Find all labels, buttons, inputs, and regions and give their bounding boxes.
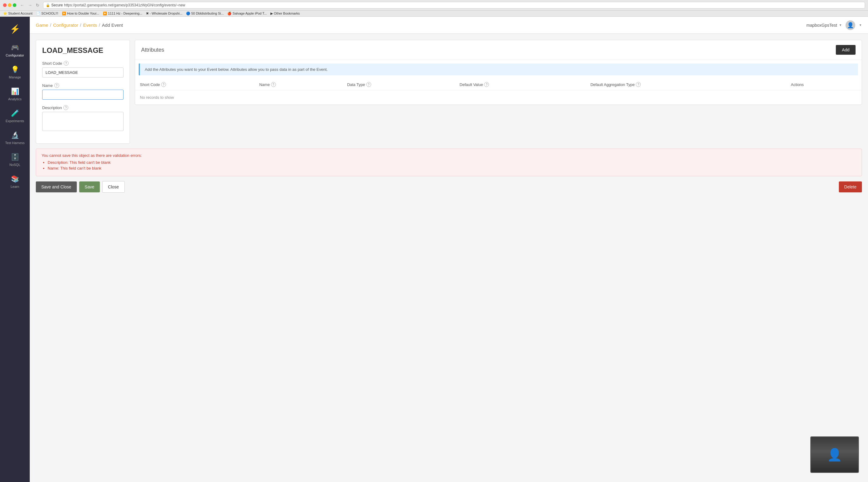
sidebar-label-analytics: Analytics xyxy=(8,97,22,101)
error-title: You cannot save this object as there are… xyxy=(41,153,856,158)
minimize-window-btn[interactable] xyxy=(8,3,11,7)
breadcrumb-game[interactable]: Game xyxy=(36,23,48,28)
name-input[interactable] xyxy=(42,90,124,100)
bookmark-item[interactable]: ▶ Other Bookmarks xyxy=(271,11,300,16)
app: ⚡ 🎮 Configurator 💡 Manage 📊 Analytics 🧪 … xyxy=(0,17,868,482)
short-code-help-icon[interactable]: ? xyxy=(64,61,69,66)
sidebar-item-learn[interactable]: 📚 Learn xyxy=(0,171,30,193)
breadcrumb-configurator[interactable]: Configurator xyxy=(53,23,78,28)
sidebar: ⚡ 🎮 Configurator 💡 Manage 📊 Analytics 🧪 … xyxy=(0,17,30,482)
col-actions: Actions xyxy=(786,79,862,90)
top-nav: Game / Configurator / Events / Add Event… xyxy=(30,17,868,34)
sidebar-label-experiments: Experiments xyxy=(5,119,24,123)
sidebar-label-test-harness: Test Harness xyxy=(5,141,25,145)
name-col-help-icon[interactable]: ? xyxy=(271,82,276,87)
back-btn[interactable]: ← xyxy=(19,2,26,8)
breadcrumb-current: Add Event xyxy=(102,23,123,28)
sidebar-item-manage[interactable]: 💡 Manage xyxy=(0,61,30,83)
delete-button[interactable]: Delete xyxy=(839,181,862,192)
maximize-window-btn[interactable] xyxy=(13,3,17,7)
col-short-code: Short Code ? xyxy=(135,79,254,90)
add-button[interactable]: Add xyxy=(836,45,856,55)
save-and-close-button[interactable]: Save and Close xyxy=(36,181,77,192)
test-harness-icon: 🔬 xyxy=(11,131,19,139)
short-code-input[interactable] xyxy=(42,67,124,78)
forward-btn[interactable]: → xyxy=(27,2,33,8)
window-controls[interactable] xyxy=(3,3,17,7)
breadcrumb-sep-3: / xyxy=(99,23,100,28)
experiments-icon: 🧪 xyxy=(11,109,19,117)
breadcrumb-sep-1: / xyxy=(50,23,51,28)
bookmark-item[interactable]: ▶️ 1111 Hz - Deepening... xyxy=(103,11,142,16)
no-records-text: No records to show xyxy=(135,90,862,105)
data-type-col-help-icon[interactable]: ? xyxy=(366,82,371,87)
error-item-name: Name: This field can't be blank xyxy=(48,166,856,170)
browser-chrome: ← → ↻ 🔒 Secure https://portal2.gamespark… xyxy=(0,0,868,11)
reload-btn[interactable]: ↻ xyxy=(35,2,41,8)
breadcrumb-events[interactable]: Events xyxy=(83,23,97,28)
bookmarks-bar: ⭐ Student Account 📄 SCHOOL!!! ▶️ How to … xyxy=(0,11,868,17)
user-chevron-icon[interactable]: ▼ xyxy=(859,23,862,27)
name-help-icon[interactable]: ? xyxy=(54,83,59,88)
chevron-down-icon: ▼ xyxy=(839,23,842,27)
right-panel: Attributes Add Add the Attributes you wa… xyxy=(135,40,862,105)
sidebar-item-configurator[interactable]: 🎮 Configurator xyxy=(0,39,30,61)
bookmark-item[interactable]: 📄 SCHOOL!!! xyxy=(36,11,58,16)
bookmark-item[interactable]: ⭐ Student Account xyxy=(3,11,32,16)
sidebar-label-manage: Manage xyxy=(9,75,21,79)
col-name: Name ? xyxy=(254,79,342,90)
default-value-col-help-icon[interactable]: ? xyxy=(484,82,489,87)
short-code-label: Short Code ? xyxy=(42,61,124,66)
sidebar-item-nosql[interactable]: 🗄️ NoSQL xyxy=(0,149,30,171)
short-code-field-group: Short Code ? xyxy=(42,61,124,78)
bookmark-item[interactable]: ▶️ How to Double Your... xyxy=(62,11,99,16)
nosql-icon: 🗄️ xyxy=(11,153,19,161)
url-text: https://portal2.gamesparks.net/games/p33… xyxy=(64,3,185,7)
bookmark-item[interactable]: 🍎 Salvage Apple iPod T... xyxy=(227,11,267,16)
logo-icon: ⚡ xyxy=(10,24,20,34)
analytics-icon: 📊 xyxy=(11,87,19,95)
bottom-bar: Save and Close Save Close Delete xyxy=(36,181,862,196)
error-list: Description: This field can't be blank N… xyxy=(41,160,856,170)
close-button[interactable]: Close xyxy=(102,181,125,193)
short-code-col-help-icon[interactable]: ? xyxy=(161,82,166,87)
sidebar-logo[interactable]: ⚡ xyxy=(0,20,30,38)
sidebar-item-analytics[interactable]: 📊 Analytics xyxy=(0,83,30,105)
error-item-description: Description: This field can't be blank xyxy=(48,160,856,165)
secure-label: Secure xyxy=(51,3,63,7)
game-selector[interactable]: mapboxGpsTest ▼ xyxy=(806,23,842,28)
col-aggregation-type: Default Aggregation Type ? xyxy=(585,79,786,90)
secure-icon: 🔒 xyxy=(46,3,50,7)
content: LOAD_MESSAGE Short Code ? Name ? xyxy=(30,34,868,482)
address-bar[interactable]: 🔒 Secure https://portal2.gamesparks.net/… xyxy=(43,2,865,8)
panels: LOAD_MESSAGE Short Code ? Name ? xyxy=(36,40,862,144)
right-panel-header: Attributes Add xyxy=(135,40,862,60)
table-row-no-records: No records to show xyxy=(135,90,862,105)
sidebar-label-configurator: Configurator xyxy=(6,54,24,57)
top-nav-right: mapboxGpsTest ▼ 👤 ▼ xyxy=(806,20,862,30)
sidebar-item-test-harness[interactable]: 🔬 Test Harness xyxy=(0,127,30,149)
main: Game / Configurator / Events / Add Event… xyxy=(30,17,868,482)
panel-title: LOAD_MESSAGE xyxy=(42,46,124,55)
col-data-type: Data Type ? xyxy=(342,79,455,90)
configurator-icon: 🎮 xyxy=(11,44,19,52)
description-help-icon[interactable]: ? xyxy=(63,105,68,110)
attributes-table: Short Code ? Name ? xyxy=(135,79,862,105)
close-window-btn[interactable] xyxy=(3,3,7,7)
sidebar-item-experiments[interactable]: 🧪 Experiments xyxy=(0,105,30,127)
breadcrumb-sep-2: / xyxy=(80,23,81,28)
sidebar-label-learn: Learn xyxy=(11,185,19,189)
bookmark-item[interactable]: 🔵 50 Dbldistributing Si... xyxy=(186,11,224,16)
aggregation-col-help-icon[interactable]: ? xyxy=(636,82,641,87)
col-default-value: Default Value ? xyxy=(455,79,585,90)
description-label: Description ? xyxy=(42,105,124,110)
avatar[interactable]: 👤 xyxy=(845,20,855,30)
description-input[interactable] xyxy=(42,112,124,131)
browser-nav[interactable]: ← → ↻ xyxy=(19,2,41,8)
bookmark-item[interactable]: ✖ - Wholesale Dropshi... xyxy=(146,11,182,16)
info-banner: Add the Attributes you want to your Even… xyxy=(139,63,858,75)
save-button[interactable]: Save xyxy=(79,181,100,192)
name-field-group: Name ? xyxy=(42,83,124,100)
attributes-title: Attributes xyxy=(141,47,164,53)
description-field-group: Description ? xyxy=(42,105,124,132)
